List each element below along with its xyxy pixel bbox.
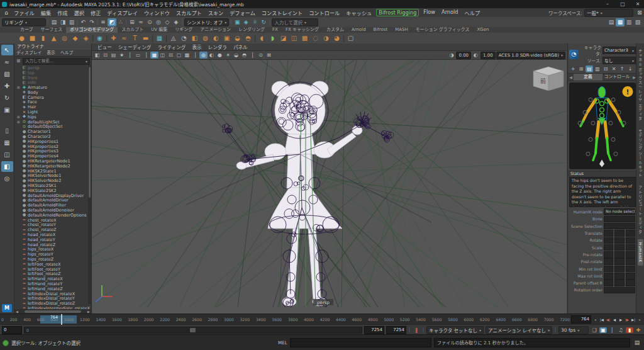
render-settings-icon[interactable]: ☼: [250, 18, 259, 26]
panel-menu-item[interactable]: レンダラ: [205, 43, 230, 50]
outliner-item[interactable]: ≈ head_rotateY: [16, 237, 91, 242]
outliner-item[interactable]: ≈ leftFoot_rotateX: [16, 262, 91, 267]
menu-item[interactable]: 選択: [71, 9, 87, 16]
tabs-scroll-left-icon[interactable]: ◀: [568, 75, 574, 79]
play-forward-button[interactable]: ▶: [618, 316, 624, 324]
hik-create-icon[interactable]: +: [569, 65, 577, 72]
outliner-item[interactable]: ◧ front: [16, 76, 91, 81]
outliner-item[interactable]: ● defaultArnoldRenderOptions: [16, 213, 91, 218]
hik-property-field[interactable]: [604, 266, 613, 273]
range-track[interactable]: 0: [24, 327, 362, 334]
shelf-tab[interactable]: MASH: [391, 27, 412, 33]
menu-item[interactable]: Arnold: [438, 9, 462, 16]
hik-property-field[interactable]: [604, 258, 613, 265]
hik-mirror-icon[interactable]: ⊟: [602, 65, 609, 72]
outliner-item[interactable]: ◈ Face: [16, 100, 91, 105]
poly-cube-icon[interactable]: ■: [27, 33, 38, 43]
zoom-tool-icon[interactable]: ◎: [1, 173, 13, 184]
combine-icon[interactable]: ◬: [168, 33, 179, 43]
outliner-item[interactable]: ● HIKRetargeterNode2: [16, 164, 91, 169]
separate-icon[interactable]: ◔: [179, 33, 189, 43]
hik-property-field[interactable]: [604, 244, 613, 251]
outliner-item[interactable]: ● HIKproperties4: [16, 154, 91, 159]
hik-property-field[interactable]: [604, 216, 635, 223]
ao-icon[interactable]: ◓: [240, 52, 248, 59]
menu-item[interactable]: キャッシュ: [343, 9, 375, 16]
menu-item[interactable]: コンストレイント: [258, 9, 306, 16]
remesh-icon[interactable]: ◑: [321, 33, 331, 43]
outliner-item[interactable]: ● HIKproperties3: [16, 149, 91, 154]
shelf-tab[interactable]: ポリゴンのモデリング: [66, 27, 118, 33]
outliner-item[interactable]: ≈ hips_rotateY: [16, 252, 91, 257]
field-chart-icon[interactable]: ▩: [183, 52, 191, 59]
workspace-lock-icon[interactable]: ⊠: [635, 9, 644, 17]
outliner-item[interactable]: ≈ chest_rotateX: [16, 218, 91, 223]
outliner-item[interactable]: ● Character1: [16, 129, 91, 134]
new-scene-icon[interactable]: ▤: [50, 18, 58, 26]
poly-plane-icon[interactable]: ◆: [70, 33, 80, 43]
shelf-tab[interactable]: サーフェス: [37, 27, 67, 33]
shelf-tab[interactable]: モーション グラフィックス: [412, 27, 474, 33]
outliner-item[interactable]: ⊞ ✚ hips: [16, 115, 91, 120]
film-gate-icon[interactable]: ◫: [158, 52, 167, 59]
hik-import-icon[interactable]: ↓: [626, 65, 634, 72]
hik-property-field[interactable]: [614, 251, 624, 258]
modeling-toolkit-toggle-icon[interactable]: ▧: [633, 18, 642, 26]
anim-layer-dropdown[interactable]: アニメーション レイヤなし▾: [486, 326, 552, 334]
viewport-canvas[interactable]: 前 persp: [92, 60, 567, 313]
channel-box-toggle-icon[interactable]: ▥: [625, 18, 633, 26]
menu-item[interactable]: デフォーム: [226, 9, 258, 16]
menu-item[interactable]: スキン: [205, 9, 226, 16]
select-hierarchy-icon[interactable]: ≡: [99, 18, 108, 26]
animation-end-field[interactable]: 7254: [364, 326, 384, 334]
hik-property-field[interactable]: [604, 287, 635, 294]
go-to-end-button[interactable]: »: [636, 316, 643, 324]
outliner-item[interactable]: ◧ top: [16, 71, 91, 76]
outliner-item[interactable]: ⊞ ✚ Armature: [16, 85, 91, 90]
snap-point-icon[interactable]: ⊙: [145, 18, 154, 26]
play-backwards-button[interactable]: ◀: [611, 316, 618, 324]
prev-key-button[interactable]: ◀|: [605, 316, 611, 324]
pencil-curve-icon[interactable]: ≈: [119, 33, 130, 43]
menu-item[interactable]: 作成: [54, 9, 70, 16]
rotate-tool[interactable]: ↻: [1, 93, 13, 103]
outliner-item[interactable]: ● defaultArnoldFilter: [16, 203, 91, 208]
hik-property-field[interactable]: [626, 244, 635, 251]
go-to-start-button[interactable]: «: [592, 316, 599, 324]
animation-start-field[interactable]: 0: [2, 326, 22, 334]
shelf-tab[interactable]: UV 編集: [147, 27, 171, 33]
outliner-menu[interactable]: ディスプレイ: [14, 50, 43, 56]
menu-item[interactable]: ファイル: [11, 9, 38, 16]
hik-property-field[interactable]: [614, 279, 624, 286]
target-weld-icon[interactable]: ◓: [243, 33, 253, 43]
gate-mask-icon[interactable]: ▢: [175, 52, 183, 59]
menu-item[interactable]: スカルプト: [173, 9, 205, 16]
undo-icon[interactable]: ↶: [79, 18, 87, 26]
hik-property-field[interactable]: [604, 251, 613, 258]
outliner-search-input[interactable]: 入力して検索...▾: [23, 58, 90, 65]
boolean-union-icon[interactable]: ▦: [154, 33, 165, 43]
type-tool-icon[interactable]: T: [130, 33, 140, 43]
shelf-tab[interactable]: Arnold: [348, 27, 370, 33]
menu-item[interactable]: コントロール: [306, 9, 343, 16]
outliner-item[interactable]: ≈ leftFoot_rotateZ: [16, 271, 91, 276]
maya-badge[interactable]: M: [2, 304, 12, 312]
outliner-hscrollbar[interactable]: ◀▶: [14, 309, 91, 313]
outliner-vscrollbar[interactable]: [88, 65, 91, 304]
sidebar-vertical-tab[interactable]: モデリング ツールキット: [637, 126, 644, 180]
crease-icon[interactable]: ◪: [278, 33, 289, 43]
mute-icon[interactable]: ▮: [626, 327, 633, 333]
poly-torus-icon[interactable]: ◎: [59, 33, 70, 43]
outliner-item[interactable]: ● defaultArnoldDisplayDriver: [16, 193, 91, 198]
attribute-editor-toggle-icon[interactable]: ▤: [607, 18, 616, 26]
character-set-dropdown[interactable]: キャラクタ セットなし▾: [426, 326, 484, 334]
shelf-tab[interactable]: FX: [269, 27, 282, 33]
command-input[interactable]: [290, 338, 431, 347]
step-forward-button[interactable]: ▶|: [630, 316, 636, 324]
quick-select-field[interactable]: 入力して選択▾: [272, 18, 318, 26]
outliner-item[interactable]: ● defaultArnoldDenoiser: [16, 208, 91, 213]
outliner-item[interactable]: ● Character2: [16, 134, 91, 139]
hik-property-field[interactable]: [604, 273, 613, 279]
view-cube[interactable]: 前: [533, 67, 564, 91]
sidebar-vertical-tab[interactable]: チャネル ボックス / レイヤ エディタ: [637, 46, 644, 123]
